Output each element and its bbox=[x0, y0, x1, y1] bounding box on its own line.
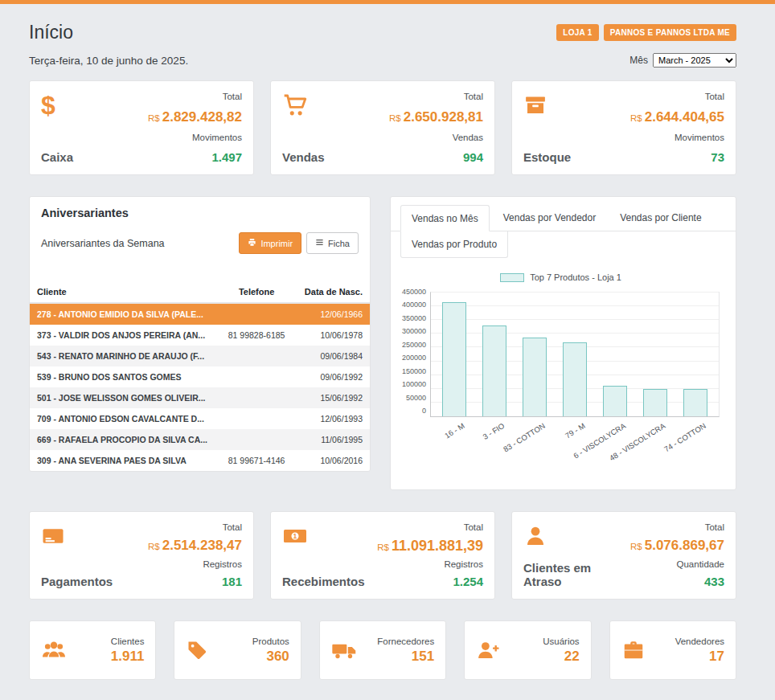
list-icon bbox=[315, 238, 324, 248]
vendas-card[interactable]: Vendas Total R$2.650.928,81 Vendas 994 bbox=[270, 80, 495, 175]
page-title: Início bbox=[29, 22, 73, 43]
col-telefone: Telefone bbox=[215, 281, 297, 303]
bar-chart: Top 7 Produtos - Loja 1 4500004000003500… bbox=[391, 258, 736, 473]
tab-vendas-por-produto[interactable]: Vendas por Produto bbox=[400, 231, 508, 258]
sales-tabs: Vendas no Mês Vendas por Vendedor Vendas… bbox=[391, 197, 736, 231]
table-row[interactable]: 501 - JOSE WELISSON GOMES OLIVEIR...15/0… bbox=[30, 387, 370, 408]
telefone-cell bbox=[215, 366, 297, 387]
nasc-cell: 15/06/1992 bbox=[297, 387, 370, 408]
header-badges: LOJA 1 PANNOS E PANNOS LTDA ME bbox=[556, 24, 736, 41]
table-row[interactable]: 278 - ANTONIO EMIDIO DA SILVA (PALE...12… bbox=[30, 303, 370, 325]
count-value: 1.497 bbox=[148, 150, 242, 164]
total-label: Total bbox=[630, 92, 724, 101]
chart-legend: Top 7 Produtos - Loja 1 bbox=[402, 272, 720, 282]
telefone-cell bbox=[215, 303, 297, 325]
count-label: Vendas bbox=[389, 133, 483, 142]
y-tick-label: 300000 bbox=[402, 328, 426, 334]
bar-slot: 6 - VISCOLYCRA bbox=[603, 293, 627, 416]
total-amount: R$2.514.238,47 bbox=[148, 538, 242, 554]
tab-vendas-no-mes[interactable]: Vendas no Mês bbox=[400, 205, 490, 231]
stat-name: Vendas bbox=[282, 150, 325, 164]
total-label: Total bbox=[377, 522, 483, 532]
print-button[interactable]: Imprimir bbox=[239, 232, 301, 254]
caixa-card[interactable]: $ Caixa Total R$2.829.428,82 Movimentos … bbox=[29, 80, 254, 175]
fornecedores-counter[interactable]: Fornecedores 151 bbox=[319, 620, 446, 680]
birthdays-title: Aniversariantes bbox=[30, 197, 370, 229]
cliente-cell: 669 - RAFAELA PROCOPIO DA SILVA CA... bbox=[30, 429, 215, 450]
total-amount: R$2.644.404,65 bbox=[630, 109, 724, 125]
y-tick-label: 0 bbox=[422, 407, 426, 414]
count-label: Registros bbox=[377, 559, 483, 569]
usuarios-counter[interactable]: Usuários 22 bbox=[464, 620, 591, 680]
counters-row: Clientes 1.911 Produtos 360 Fornecedores… bbox=[29, 620, 736, 680]
cart-icon bbox=[282, 92, 325, 119]
page-header: Início LOJA 1 PANNOS E PANNOS LTDA ME bbox=[29, 22, 736, 43]
telefone-cell bbox=[215, 408, 297, 429]
nasc-cell: 12/06/1966 bbox=[297, 303, 370, 325]
count-value: 433 bbox=[630, 575, 724, 588]
cliente-cell: 309 - ANA SEVERINA PAES DA SILVA bbox=[30, 450, 215, 471]
telefone-cell bbox=[215, 346, 297, 366]
vendedores-counter[interactable]: Vendedores 17 bbox=[609, 620, 736, 680]
nasc-cell: 09/06/1992 bbox=[297, 366, 370, 387]
month-select[interactable]: March - 2025 bbox=[653, 53, 736, 68]
briefcase-icon bbox=[621, 637, 646, 664]
legend-label: Top 7 Produtos - Loja 1 bbox=[530, 272, 621, 282]
count-value: 1.254 bbox=[377, 575, 483, 588]
count-value: 181 bbox=[148, 575, 242, 588]
x-tick-label: 79 - M bbox=[564, 421, 587, 440]
nasc-cell: 10/06/1978 bbox=[297, 325, 370, 346]
birthdays-card: Aniversariantes Aniversariantes da Seman… bbox=[29, 196, 371, 472]
counter-value: 17 bbox=[709, 649, 724, 665]
company-badge[interactable]: PANNOS E PANNOS LTDA ME bbox=[604, 24, 736, 41]
total-label: Total bbox=[630, 522, 724, 532]
bar-slot: 48 - VISCOLYCRA bbox=[643, 293, 667, 416]
store-badge[interactable]: LOJA 1 bbox=[556, 24, 598, 41]
bar bbox=[683, 389, 707, 416]
stat-name: Clientes em Atraso bbox=[523, 561, 630, 588]
chart-plot: 16 - M3 - FIO83 - COTTON79 - M6 - VISCOL… bbox=[430, 292, 720, 417]
credit-card-icon bbox=[41, 522, 113, 550]
birthdays-subtitle: Aniversariantes da Semana bbox=[41, 238, 165, 249]
table-row[interactable]: 309 - ANA SEVERINA PAES DA SILVA81 99671… bbox=[30, 450, 370, 471]
bar-slot: 83 - COTTON bbox=[523, 293, 547, 416]
nasc-cell: 10/06/2016 bbox=[297, 450, 370, 471]
ficha-button[interactable]: Ficha bbox=[306, 232, 359, 254]
counter-value: 1.911 bbox=[111, 649, 145, 665]
tab-vendas-por-vendedor[interactable]: Vendas por Vendedor bbox=[493, 205, 606, 231]
date-row: Terça-feira, 10 de junho de 2025. Mês Ma… bbox=[29, 53, 736, 74]
pagamentos-card[interactable]: Pagamentos Total R$2.514.238,47 Registro… bbox=[29, 511, 254, 600]
cliente-cell: 501 - JOSE WELISSON GOMES OLIVEIR... bbox=[30, 387, 215, 408]
mid-stats-row: Pagamentos Total R$2.514.238,47 Registro… bbox=[29, 511, 736, 600]
birthdays-tbody: 278 - ANTONIO EMIDIO DA SILVA (PALE...12… bbox=[30, 303, 370, 471]
middle-section: Aniversariantes Aniversariantes da Seman… bbox=[29, 196, 736, 490]
archive-icon bbox=[523, 92, 571, 119]
clientes-em-atraso-card[interactable]: Clientes em Atraso Total R$5.076.869,67 … bbox=[511, 511, 736, 600]
y-tick-label: 350000 bbox=[402, 315, 426, 321]
tab-vendas-por-cliente[interactable]: Vendas por Cliente bbox=[609, 205, 711, 231]
x-tick-label: 3 - FIO bbox=[482, 421, 506, 441]
table-row[interactable]: 709 - ANTONIO EDSON CAVALCANTE D...12/06… bbox=[30, 408, 370, 429]
count-label: Movimentos bbox=[630, 133, 724, 142]
dashboard-page: Início LOJA 1 PANNOS E PANNOS LTDA ME Te… bbox=[0, 4, 775, 696]
tag-icon bbox=[186, 637, 208, 664]
clientes-counter[interactable]: Clientes 1.911 bbox=[29, 620, 156, 680]
table-row[interactable]: 539 - BRUNO DOS SANTOS GOMES09/06/1992 bbox=[30, 366, 370, 387]
cliente-cell: 373 - VALDIR DOS ANJOS PEREIRA (AN... bbox=[30, 325, 215, 346]
total-amount: R$2.650.928,81 bbox=[389, 109, 483, 125]
total-amount: R$5.076.869,67 bbox=[630, 538, 724, 554]
total-label: Total bbox=[148, 522, 242, 532]
birthdays-table: Cliente Telefone Data de Nasc. 278 - ANT… bbox=[30, 281, 370, 471]
total-amount: R$11.091.881,39 bbox=[377, 538, 483, 555]
produtos-counter[interactable]: Produtos 360 bbox=[174, 620, 301, 680]
telefone-cell: 81 99671-4146 bbox=[215, 450, 297, 471]
recebimentos-card[interactable]: 1 Recebimentos Total R$11.091.881,39 Reg… bbox=[270, 511, 495, 600]
counter-label: Usuários bbox=[543, 637, 579, 646]
estoque-card[interactable]: Estoque Total R$2.644.404,65 Movimentos … bbox=[511, 80, 736, 175]
table-row[interactable]: 373 - VALDIR DOS ANJOS PEREIRA (AN...81 … bbox=[30, 325, 370, 346]
printer-icon bbox=[248, 238, 256, 248]
table-row[interactable]: 543 - RENATO MARINHO DE ARAUJO (F...09/0… bbox=[30, 346, 370, 366]
table-row[interactable]: 669 - RAFAELA PROCOPIO DA SILVA CA...11/… bbox=[30, 429, 370, 450]
counter-label: Clientes bbox=[111, 637, 145, 646]
counter-label: Vendedores bbox=[675, 637, 724, 646]
